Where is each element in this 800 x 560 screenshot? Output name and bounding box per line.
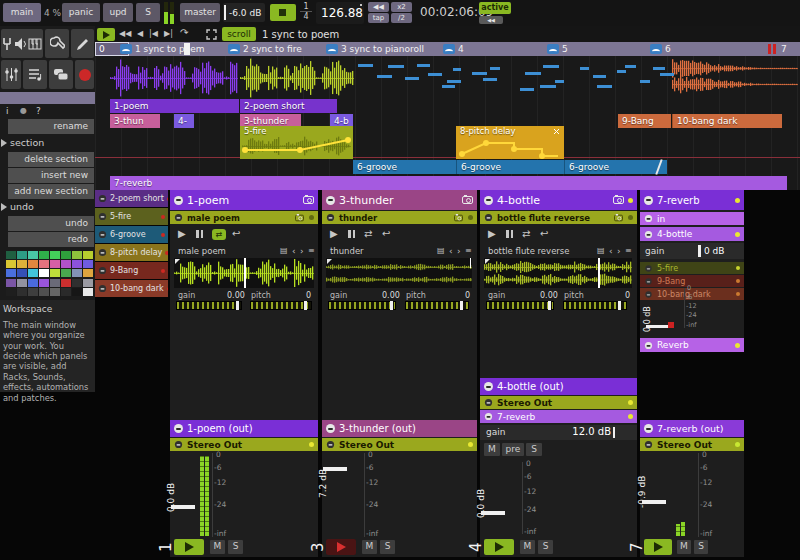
preview-pause-button[interactable] (348, 230, 355, 238)
solo-button[interactable]: S (694, 540, 708, 554)
gear-icon[interactable] (484, 196, 493, 205)
gear-icon[interactable] (175, 214, 182, 221)
palette-swatch[interactable] (50, 288, 60, 296)
out-header[interactable]: 4-bottle (out) (480, 378, 637, 395)
pitch-slider[interactable] (250, 301, 312, 310)
in-bar[interactable]: in (640, 212, 744, 225)
eq-icon[interactable]: ≡ (625, 245, 632, 257)
panel-header[interactable]: 1-poem (170, 190, 318, 210)
gain-slider[interactable] (176, 301, 242, 310)
gear-icon[interactable] (175, 441, 182, 448)
seq-play-button[interactable] (97, 28, 115, 41)
track-play-button[interactable] (644, 539, 672, 555)
time-signature[interactable]: 14 (300, 2, 312, 24)
gear-icon[interactable] (326, 424, 335, 433)
gear-icon[interactable] (484, 382, 493, 391)
palette-swatch[interactable] (6, 251, 16, 259)
main-button[interactable]: main (3, 3, 41, 22)
palette-swatch[interactable] (39, 288, 49, 296)
power-dot[interactable] (309, 215, 314, 220)
undo-button[interactable]: undo (8, 216, 94, 231)
marker-icon[interactable] (228, 44, 240, 54)
gear-icon[interactable] (326, 196, 335, 205)
palette-swatch[interactable] (17, 251, 27, 259)
palette-swatch[interactable] (72, 260, 82, 268)
gear-icon[interactable] (174, 196, 183, 205)
record-dot-icon[interactable]: ● (20, 106, 27, 115)
mute-button[interactable]: M (520, 540, 535, 554)
prev-sample-icon[interactable]: ‹ (609, 245, 613, 257)
undo-menu-label[interactable]: undo (10, 201, 34, 212)
palette-swatch[interactable] (50, 279, 60, 287)
seq-clip[interactable]: 6-groove (564, 160, 667, 174)
mute-button[interactable]: M (362, 540, 377, 554)
fader-handle[interactable] (481, 511, 505, 515)
send-track-row[interactable]: 5-fire (640, 262, 744, 274)
ruler-marker[interactable]: 2 sync to fire (243, 44, 302, 54)
go-to-end-button[interactable]: ▶| (164, 28, 173, 40)
section-menu-label[interactable]: section (10, 137, 44, 148)
track-play-button[interactable] (174, 539, 204, 555)
stop-button[interactable] (270, 4, 296, 21)
palette-swatch[interactable] (6, 260, 16, 268)
seq-clip[interactable]: 6-groove (353, 160, 456, 174)
send-mute-button[interactable]: M (484, 443, 500, 456)
tempo-half-button[interactable]: /2 (391, 13, 412, 23)
prev-sample-icon[interactable]: ‹ (292, 245, 296, 257)
tap-tempo-button[interactable]: tap (368, 13, 389, 23)
gear-icon[interactable] (174, 424, 183, 433)
gear-icon[interactable] (485, 214, 492, 221)
palette-swatch[interactable] (83, 260, 93, 268)
seq-clip[interactable]: 4- (174, 114, 194, 128)
eq-icon[interactable]: ≡ (308, 245, 315, 257)
route-bar[interactable]: Stereo Out (640, 438, 744, 451)
ruler-marker[interactable]: 1 sync to poem (135, 44, 205, 54)
solo-button[interactable]: S (136, 3, 160, 22)
seq-clip[interactable]: 10-bang dark (672, 114, 782, 128)
loop-start-handle[interactable] (175, 259, 180, 264)
clip-indicator[interactable] (668, 322, 674, 328)
marker-icon[interactable] (326, 44, 338, 54)
fader-handle[interactable] (171, 505, 195, 509)
palette-swatch[interactable] (6, 279, 16, 287)
gear-icon[interactable] (645, 441, 652, 448)
palette-swatch[interactable] (28, 251, 38, 259)
send-track-row[interactable]: 9-Bang (640, 275, 744, 287)
loop-curve-button[interactable]: ↷ (180, 27, 188, 39)
waveform-display[interactable] (484, 258, 632, 288)
palette-swatch[interactable] (50, 251, 60, 259)
palette-swatch[interactable] (50, 269, 60, 277)
next-sample-icon[interactable]: › (457, 245, 461, 257)
palette-swatch[interactable] (61, 260, 71, 268)
gear-icon[interactable] (644, 196, 653, 205)
marker-icon[interactable] (120, 44, 132, 54)
eq-icon[interactable]: ≡ (465, 245, 472, 257)
panel-header[interactable]: 7-reverb (640, 190, 744, 210)
track-list-item[interactable]: 5-fire (95, 208, 168, 225)
palette-swatch[interactable] (72, 288, 82, 296)
scroll-button[interactable]: scroll (222, 27, 256, 41)
grid-view-icon[interactable]: ▤ (437, 245, 445, 257)
palette-swatch[interactable] (17, 288, 27, 296)
marker-icon[interactable] (443, 44, 455, 54)
loop-start-handle[interactable] (327, 259, 332, 264)
track-list-item[interactable]: 10-bang dark (95, 280, 168, 297)
out-header[interactable]: 1-poem (out) (170, 420, 318, 437)
send-bar[interactable]: 7-reverb (480, 410, 637, 423)
next-sample-icon[interactable]: › (300, 245, 304, 257)
palette-swatch[interactable] (28, 260, 38, 268)
palette-swatch[interactable] (17, 260, 27, 268)
update-button[interactable]: upd (103, 3, 133, 22)
power-dot[interactable] (628, 215, 633, 220)
palette-swatch[interactable] (28, 269, 38, 277)
palette-swatch[interactable] (61, 279, 71, 287)
item-bar[interactable]: thunder (322, 211, 477, 224)
camera-icon[interactable] (462, 196, 473, 204)
item-bar[interactable]: male poem (170, 211, 318, 224)
palette-swatch[interactable] (83, 251, 93, 259)
fader-handle[interactable] (323, 467, 347, 471)
mixer-cell[interactable] (1, 60, 21, 89)
loop-mode-button[interactable]: ⇄ (364, 228, 372, 240)
redo-button[interactable]: redo (8, 232, 94, 247)
step-back-button[interactable]: ◀ (137, 28, 143, 40)
